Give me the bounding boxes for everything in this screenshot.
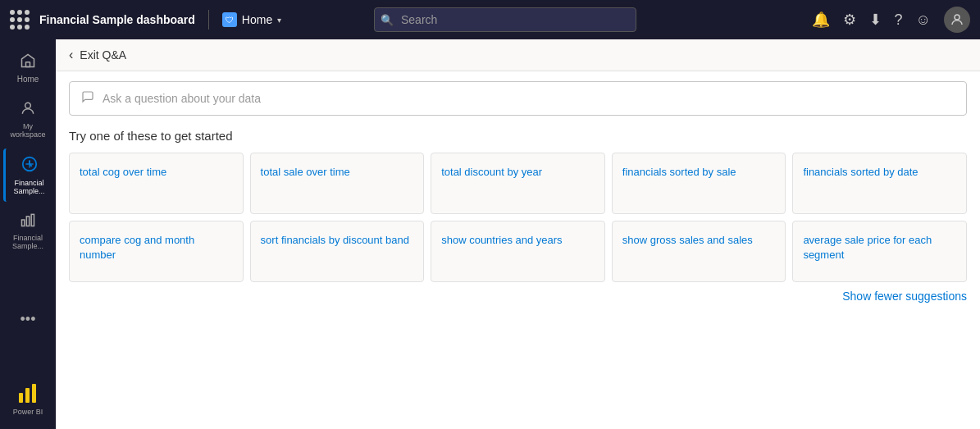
chat-icon bbox=[81, 90, 94, 107]
suggestion-total-cog-over-time[interactable]: total cog over time bbox=[69, 153, 244, 214]
workspace-icon bbox=[20, 100, 36, 119]
sidebar-item-financial-sample[interactable]: Financial Sample... bbox=[3, 148, 52, 202]
exit-title: Exit Q&A bbox=[80, 48, 126, 62]
search-input[interactable] bbox=[374, 7, 636, 32]
suggestion-show-gross-sales-and-sales[interactable]: show gross sales and sales bbox=[612, 221, 786, 282]
main-layout: Home My workspace Financial Sample... bbox=[0, 39, 980, 429]
svg-point-0 bbox=[955, 15, 959, 20]
qa-input-box bbox=[69, 81, 967, 116]
download-icon[interactable]: ⬇ bbox=[869, 11, 882, 29]
svg-rect-5 bbox=[26, 217, 29, 226]
show-fewer-button[interactable]: Show fewer suggestions bbox=[842, 290, 967, 303]
suggestion-financials-sorted-by-date[interactable]: financials sorted by date bbox=[792, 153, 967, 214]
bell-icon[interactable]: 🔔 bbox=[812, 11, 830, 29]
back-icon: ‹ bbox=[69, 48, 73, 62]
svg-point-2 bbox=[25, 103, 31, 108]
bar-chart-icon bbox=[20, 212, 36, 230]
suggestions-section: Try one of these to get started total co… bbox=[56, 122, 980, 429]
sidebar-item-financial-label: Financial Sample... bbox=[9, 179, 49, 195]
app-grid-icon[interactable] bbox=[10, 10, 30, 30]
sidebar: Home My workspace Financial Sample... bbox=[0, 39, 56, 429]
svg-rect-4 bbox=[22, 220, 25, 226]
help-icon[interactable]: ? bbox=[895, 11, 903, 29]
search-bar[interactable]: 🔍 bbox=[374, 7, 636, 32]
powerbi-logo-area[interactable]: Power BI bbox=[13, 381, 43, 416]
sidebar-item-home-label: Home bbox=[17, 75, 39, 84]
nav-actions: 🔔 ⚙ ⬇ ? ☺ bbox=[812, 7, 970, 33]
workspace-selector[interactable]: 🛡 Home ▾ bbox=[222, 12, 281, 27]
qa-input-section bbox=[56, 71, 980, 122]
suggestion-show-countries-and-years[interactable]: show countries and years bbox=[431, 221, 605, 282]
svg-rect-6 bbox=[31, 214, 34, 226]
svg-rect-9 bbox=[32, 384, 36, 403]
sidebar-item-my-workspace-label: My workspace bbox=[7, 122, 49, 139]
sidebar-item-financial-bar-label: Financial Sample... bbox=[7, 234, 49, 250]
smiley-icon[interactable]: ☺ bbox=[916, 11, 931, 29]
suggestion-total-sale-over-time[interactable]: total sale over time bbox=[250, 153, 425, 214]
suggestion-compare-cog-month-number[interactable]: compare cog and month number bbox=[69, 221, 244, 282]
show-fewer-wrap: Show fewer suggestions bbox=[69, 282, 967, 303]
top-nav: Financial Sample dashboard 🛡 Home ▾ 🔍 🔔 … bbox=[0, 0, 980, 39]
suggestion-sort-financials-discount-band[interactable]: sort financials by discount band bbox=[250, 221, 425, 282]
exit-back-button[interactable]: ‹ bbox=[69, 48, 73, 62]
search-icon: 🔍 bbox=[381, 14, 394, 26]
suggestion-financials-sorted-by-sale[interactable]: financials sorted by sale bbox=[612, 153, 786, 214]
settings-icon[interactable]: ⚙ bbox=[843, 11, 856, 29]
shield-icon: 🛡 bbox=[222, 12, 237, 27]
suggestion-total-discount-by-year[interactable]: total discount by year bbox=[431, 153, 605, 214]
app-title: Financial Sample dashboard bbox=[39, 13, 195, 26]
content-area: ‹ Exit Q&A Try one of these to get start… bbox=[56, 39, 980, 429]
chevron-down-icon: ▾ bbox=[277, 16, 281, 25]
sidebar-item-my-workspace[interactable]: My workspace bbox=[3, 94, 52, 145]
svg-rect-7 bbox=[19, 393, 23, 403]
sidebar-more-icon[interactable]: ••• bbox=[14, 304, 43, 335]
nav-divider bbox=[208, 10, 209, 30]
financial-active-icon bbox=[21, 155, 39, 176]
suggestions-heading: Try one of these to get started bbox=[69, 129, 967, 143]
svg-rect-1 bbox=[26, 62, 30, 67]
svg-rect-8 bbox=[25, 388, 30, 403]
qa-text-input[interactable] bbox=[103, 92, 955, 105]
powerbi-label: Power BI bbox=[13, 408, 43, 416]
home-icon bbox=[20, 52, 36, 71]
avatar[interactable] bbox=[944, 7, 970, 33]
sidebar-item-financial-bar[interactable]: Financial Sample... bbox=[3, 205, 52, 257]
suggestion-average-sale-price-segment[interactable]: average sale price for each segment bbox=[792, 221, 967, 282]
workspace-label: Home bbox=[242, 13, 272, 26]
suggestions-grid: total cog over time total sale over time… bbox=[69, 153, 967, 282]
exit-bar: ‹ Exit Q&A bbox=[56, 39, 980, 71]
sidebar-item-home[interactable]: Home bbox=[3, 46, 52, 90]
